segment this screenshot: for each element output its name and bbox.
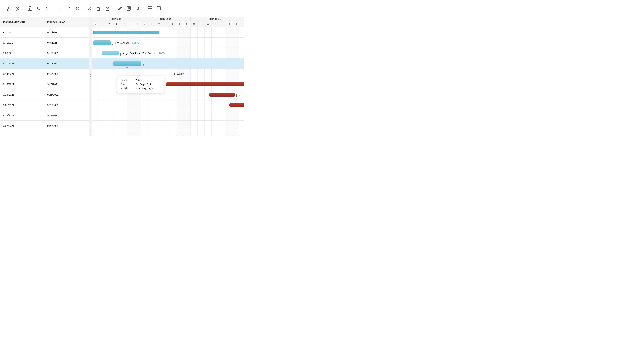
resize-handle[interactable] (89, 17, 92, 136)
red-mid-bar[interactable] (209, 93, 235, 96)
svg-line-15 (90, 7, 91, 9)
resize-dot-3 (90, 78, 91, 78)
day-label: S (127, 21, 134, 27)
svg-rect-31 (150, 6, 152, 8)
note-button[interactable] (125, 5, 132, 12)
cell-finish: 9/10/2021 (44, 52, 88, 54)
day-label: F (219, 21, 226, 27)
main-area: Planned Start Date Planned Finish 9/7/20… (0, 17, 244, 136)
jennifer-bar[interactable] (166, 82, 244, 86)
tooltip-finish-row: Finish Mon, Sep 13, '21 (121, 87, 160, 90)
partial-bar[interactable] (113, 61, 141, 66)
cell-finish: 9/15/2021 (44, 31, 88, 34)
cell-start: 9/7/2021 (0, 27, 44, 37)
table-row[interactable]: 9/15/2021 9/28/2021 (0, 79, 88, 89)
tina-johnson-bar[interactable] (93, 40, 111, 45)
svg-rect-32 (148, 8, 150, 10)
upload-button[interactable] (65, 5, 72, 12)
transfer-group (55, 5, 83, 12)
gantt-row (92, 100, 244, 110)
table-row[interactable]: 9/21/2021 9/23/2021 (0, 100, 88, 110)
table-header: Planned Start Date Planned Finish (0, 17, 88, 27)
cut-button[interactable] (86, 5, 94, 12)
table-row[interactable]: 9/27/2021 9/28/2021 (0, 121, 88, 131)
task-tooltip: Duration 2 days Start Fri, Sep 10, '21 F… (117, 76, 164, 93)
pencil-button[interactable] (116, 5, 124, 12)
cell-start: 9/27/2021 (0, 121, 44, 131)
svg-rect-7 (58, 10, 62, 10)
unlink-button[interactable] (14, 5, 21, 12)
paste-button[interactable] (104, 5, 111, 12)
svg-point-11 (76, 8, 77, 8)
svg-rect-20 (107, 7, 108, 8)
print-button[interactable] (74, 5, 81, 12)
gantt-row: Tina Johnson 100% (92, 37, 244, 48)
svg-rect-30 (148, 6, 150, 8)
svg-rect-8 (67, 10, 70, 10)
day-label: T (113, 21, 120, 27)
cell-finish: 9/23/2021 (44, 104, 88, 106)
gantt-header: SEP, 5 '21SEP, 12 '21SEP, 19 '21 MTWTFSS… (92, 17, 244, 27)
link-group (3, 5, 23, 12)
cell-start: 9/7/2021 (0, 37, 44, 48)
tooltip-duration-label: Duration (121, 79, 133, 81)
table-row[interactable]: 9/8/2021 9/10/2021 (0, 48, 88, 58)
svg-rect-34 (157, 6, 161, 10)
col-start-header: Planned Start Date (0, 17, 44, 27)
toolbar (0, 0, 244, 17)
day-label: M (141, 21, 148, 27)
table-row[interactable]: 9/15/2021 9/21/2021 (0, 89, 88, 100)
cell-start: 9/15/2021 (0, 89, 44, 100)
angie-strickland-bar[interactable] (102, 51, 119, 55)
day-label: M (92, 21, 99, 27)
svg-line-14 (89, 7, 90, 9)
download-button[interactable] (56, 5, 64, 12)
gantt-weeks-row: SEP, 5 '21SEP, 12 '21SEP, 19 '21 (92, 17, 244, 21)
undo-button[interactable] (35, 5, 42, 12)
svg-rect-33 (150, 8, 152, 10)
resize-dot-1 (90, 74, 91, 75)
table-button[interactable] (155, 5, 162, 12)
cell-start: 9/15/2021 (0, 79, 44, 89)
gantt-row: Angie Strickland, Tina Johnson 100% (92, 48, 244, 58)
grid-button[interactable] (146, 5, 154, 12)
cell-finish: 9/15/2021 (44, 72, 88, 75)
table-row[interactable]: 9/14/2021 9/15/2021 (0, 69, 88, 79)
resize-dot-2 (90, 76, 91, 77)
week-label: SEP, 5 '21 (92, 17, 141, 21)
tooltip-start-row: Start Fri, Sep 10, '21 (121, 83, 160, 86)
planned-start-header: Planned Start Date (3, 20, 25, 23)
table-row[interactable]: 9/10/2021 9/14/2021 (0, 58, 88, 69)
cell-finish: 9/27/2021 (44, 114, 88, 117)
day-label: F (170, 21, 176, 27)
table-row[interactable]: 9/23/2021 9/27/2021 (0, 110, 88, 121)
search-button[interactable] (134, 5, 141, 12)
cell-finish: 9/28/2021 (44, 124, 88, 127)
table-row[interactable]: 9/7/2021 9/15/2021 (0, 27, 88, 37)
summary-bar (93, 31, 160, 34)
day-label: T (148, 21, 155, 27)
tina-johnson-label: Tina Johnson 100% (114, 41, 139, 44)
angie-label: Angie Strickland, Tina Johnson 100% (123, 52, 165, 54)
svg-line-29 (138, 9, 139, 10)
c-label: C (239, 93, 240, 96)
delete-button[interactable] (26, 5, 34, 12)
tooltip-caret (126, 66, 129, 68)
week-label: SEP, 12 '21 (141, 17, 190, 21)
cell-finish: 9/28/2021 (44, 83, 88, 86)
copy-button[interactable] (95, 5, 102, 12)
tooltip-duration-value: 2 days (135, 79, 143, 81)
table-body: 9/7/2021 9/15/2021 9/7/2021 9/8/2021 9/8… (0, 27, 88, 136)
gantt-row (92, 27, 244, 37)
red2-bar[interactable] (230, 103, 244, 107)
svg-rect-18 (97, 7, 100, 10)
cell-start: 9/14/2021 (0, 69, 44, 79)
day-label: S (233, 21, 240, 27)
edit-group (25, 5, 53, 12)
tooltip-finish-label: Finish (121, 87, 133, 90)
link-button[interactable] (5, 5, 12, 12)
diamond-button[interactable] (44, 5, 51, 12)
cell-start: 9/23/2021 (0, 110, 44, 120)
gantt-section: SEP, 5 '21SEP, 12 '21SEP, 19 '21 MTWTFSS… (92, 17, 244, 136)
table-row[interactable]: 9/7/2021 9/8/2021 (0, 37, 88, 48)
